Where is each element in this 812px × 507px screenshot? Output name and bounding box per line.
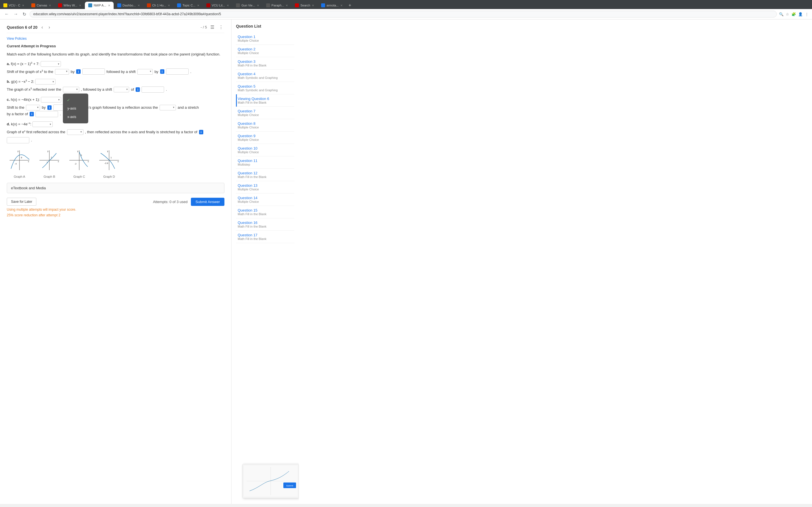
tab-close-paraph[interactable]: ✕ [286, 4, 288, 7]
tab-close-topic[interactable]: ✕ [197, 4, 199, 7]
sidebar-item-q3[interactable]: Question 3 Math Fill in the Blank [236, 57, 294, 69]
next-question-button[interactable]: › [47, 24, 52, 31]
sidebar-item-q8[interactable]: Question 8 Multiple Choice [236, 119, 294, 131]
sidebar-item-q9[interactable]: Question 9 Multiple Choice [236, 131, 294, 144]
graph-select-b[interactable]: Graph A Graph B Graph C Graph D [35, 79, 56, 84]
profile-icon[interactable]: 👤 [798, 12, 803, 16]
sidebar-item-q14[interactable]: Question 14 Multiple Choice [236, 193, 294, 206]
direction-select-a2[interactable]: up down [137, 69, 153, 75]
prev-question-button[interactable]: ‹ [40, 24, 45, 31]
url-input[interactable] [30, 11, 777, 17]
input-d[interactable] [7, 137, 29, 144]
thumbnail-preview: Submit [243, 464, 299, 498]
info-btn-a2[interactable]: i [160, 69, 164, 74]
sidebar-item-q6[interactable]: Viewing Question 6 Math Fill in the Blan… [236, 94, 294, 107]
sidebar-item-q4[interactable]: Question 4 Math Symbolic and Graphing [236, 69, 294, 82]
tab-nwp[interactable]: NWP A... ✕ [85, 2, 113, 9]
info-btn-c1[interactable]: i [47, 105, 52, 110]
tab-annota[interactable]: annota... ✕ [318, 2, 346, 9]
period-c: . [60, 111, 61, 117]
info-btn-a1[interactable]: i [76, 69, 80, 74]
graph-a-label: Graph A [7, 175, 32, 178]
tab-close-search[interactable]: ✕ [312, 4, 314, 7]
popup-option-checkmark[interactable]: ✓ [65, 96, 86, 105]
input-a1[interactable] [82, 68, 105, 75]
input-b[interactable] [142, 87, 164, 93]
sidebar-item-q10[interactable]: Question 10 Multiple Choice [236, 144, 294, 156]
q7-name: Question 7 [238, 109, 293, 113]
tab-close-vculit[interactable]: ✕ [227, 4, 229, 7]
tab-vcu[interactable]: VCU - C ✕ [0, 2, 28, 9]
tab-topic[interactable]: Topic C... ✕ [174, 2, 203, 9]
tab-paraph[interactable]: Paraph... ✕ [263, 2, 292, 9]
bookmark-icon[interactable]: ☆ [786, 12, 789, 16]
info-btn-d[interactable]: i [199, 130, 203, 134]
tab-icon-nwp [88, 3, 92, 7]
direction-select-b[interactable]: up down [114, 87, 129, 93]
graph-a-svg: x y 8 -4 [7, 148, 32, 173]
refresh-button[interactable]: ↻ [21, 11, 28, 17]
axis-select-b[interactable]: x-axis y-axis [63, 87, 79, 93]
sidebar-item-q11[interactable]: Question 11 Multistep [236, 156, 294, 169]
sidebar-item-q13[interactable]: Question 13 Multiple Choice [236, 181, 294, 193]
q1-name: Question 1 [238, 35, 293, 39]
tab-ch1[interactable]: Ch 1 Ho... ✕ [144, 2, 174, 9]
direction-select-a[interactable]: left right [55, 69, 69, 75]
search-icon[interactable]: 🔍 [779, 12, 783, 16]
back-button[interactable]: ← [3, 11, 10, 17]
q11-name: Question 11 [238, 159, 293, 163]
score-display: - / 5 [201, 25, 207, 29]
tab-vculit[interactable]: VCU Lit... ✕ [203, 2, 232, 9]
tab-close-dashboard[interactable]: ✕ [138, 4, 140, 7]
list-view-icon[interactable]: ☰ [209, 24, 215, 31]
info-btn-b[interactable]: i [136, 87, 140, 92]
sidebar-item-q16[interactable]: Question 16 Math Fill in the Blank [236, 218, 294, 231]
new-tab-button[interactable]: + [346, 2, 353, 9]
q6-name: Viewing Question 6 [238, 97, 293, 101]
input-c2[interactable] [36, 111, 58, 117]
graph-select-d[interactable]: Graph A Graph B Graph C Graph D [33, 121, 53, 127]
view-policies-link[interactable]: View Policies [7, 37, 27, 41]
popup-option-xaxis[interactable]: x-axis [65, 113, 86, 121]
graph-b-container: x y 7 1 Graph B [37, 148, 62, 178]
info-btn-c2[interactable]: i [30, 112, 34, 116]
popup-option-yaxis[interactable]: y-axis [65, 105, 86, 113]
sidebar-item-q12[interactable]: Question 12 Math Fill in the Blank [236, 169, 294, 181]
tab-close-wiley[interactable]: ✕ [79, 4, 81, 7]
direction-select-c[interactable]: left right [26, 105, 40, 110]
submit-answer-button[interactable]: Submit Answer [191, 198, 224, 206]
sidebar-item-q5[interactable]: Question 5 Math Symbolic and Graphing [236, 82, 294, 94]
sidebar-item-q2[interactable]: Question 2 Multiple Choice [236, 45, 294, 57]
sub-question-a: a. f(x) = (x − 1)3 + 7: Graph A Graph B … [7, 61, 224, 75]
warning-text-1: Using multiple attempts will impact your… [7, 208, 224, 212]
save-for-later-button[interactable]: Save for Later [7, 198, 36, 206]
graph-select-c[interactable]: Graph A Graph B Graph C Graph D [41, 97, 61, 103]
graph-b-label: Graph B [37, 175, 62, 178]
tab-close-annota[interactable]: ✕ [340, 4, 343, 7]
axis-select-c[interactable]: x-axis y-axis [160, 105, 176, 110]
tab-close-ch1[interactable]: ✕ [168, 4, 170, 7]
tab-label-paraph: Paraph... [271, 4, 284, 7]
axis-select-d[interactable]: y-axis x-axis [67, 129, 84, 135]
tab-canvas[interactable]: Canvas ✕ [28, 2, 54, 9]
q15-type: Math Fill in the Blank [238, 212, 293, 216]
extensions-icon[interactable]: 🧩 [792, 12, 796, 16]
sidebar-item-q1[interactable]: Question 1 Multiple Choice [236, 33, 294, 45]
input-a2[interactable] [166, 68, 189, 75]
graph-select-a[interactable]: Graph A Graph B Graph C Graph D [41, 61, 61, 67]
sidebar-item-q15[interactable]: Question 15 Math Fill in the Blank [236, 206, 294, 218]
tab-search[interactable]: Search ✕ [292, 2, 317, 9]
tab-close-vcu[interactable]: ✕ [22, 4, 24, 7]
tab-close-nwp[interactable]: ✕ [108, 4, 110, 7]
tab-dashboard[interactable]: Dashbo... ✕ [114, 2, 143, 9]
sidebar-item-q7[interactable]: Question 7 Multiple Choice [236, 107, 294, 119]
forward-button[interactable]: → [12, 11, 19, 17]
more-options-icon[interactable]: ⋮ [218, 24, 224, 31]
tab-gun[interactable]: Gun Vie... ✕ [233, 2, 262, 9]
menu-icon[interactable]: ⋮ [805, 12, 809, 16]
sidebar-item-q17[interactable]: Question 17 Math Fill in the Blank [236, 231, 294, 243]
select-wrapper-a-graph: Graph A Graph B Graph C Graph D [41, 61, 61, 67]
tab-close-gun[interactable]: ✕ [257, 4, 259, 7]
tab-close-canvas[interactable]: ✕ [49, 4, 51, 7]
tab-wiley[interactable]: Wiley W... ✕ [55, 2, 85, 9]
